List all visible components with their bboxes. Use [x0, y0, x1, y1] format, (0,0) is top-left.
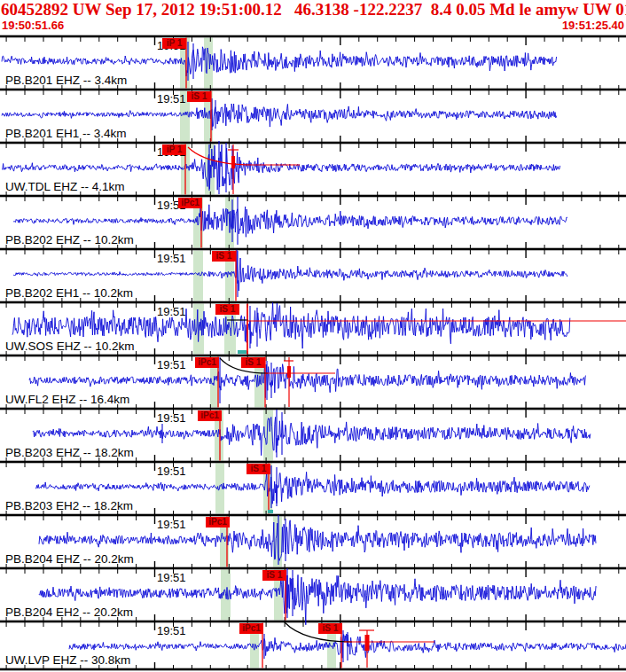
trace-panel-uw.fl2[interactable] — [0, 356, 626, 409]
window-end-time: 19:51:25.40 — [562, 19, 624, 32]
trace-panel-uw.sos[interactable] — [0, 302, 626, 356]
trace-panel-pb.b204[interactable] — [0, 568, 626, 621]
trace-panel-uw.lvp[interactable] — [0, 621, 626, 669]
trace-panel-pb.b204[interactable] — [0, 515, 626, 568]
trace-panel-uw.tdl[interactable] — [0, 143, 626, 196]
time-window-row: 19:50:51.66 19:51:25.40 — [2, 19, 624, 32]
trace-panel-pb.b201[interactable] — [0, 36, 626, 90]
seismic-pick-window: 60452892 UW Sep 17, 2012 19:51:00.12 46.… — [0, 0, 626, 672]
window-start-time: 19:50:51.66 — [2, 19, 64, 32]
event-summary-text: 60452892 UW Sep 17, 2012 19:51:00.12 46.… — [1, 0, 626, 19]
trace-panel-pb.b203[interactable] — [0, 409, 626, 462]
trace-panel-pb.b202[interactable] — [0, 196, 626, 249]
trace-panel-pb.b203[interactable] — [0, 462, 626, 515]
trace-panel-pb.b201[interactable] — [0, 90, 626, 143]
trace-panel-pb.b202[interactable] — [0, 249, 626, 302]
event-header: 60452892 UW Sep 17, 2012 19:51:00.12 46.… — [1, 0, 625, 19]
